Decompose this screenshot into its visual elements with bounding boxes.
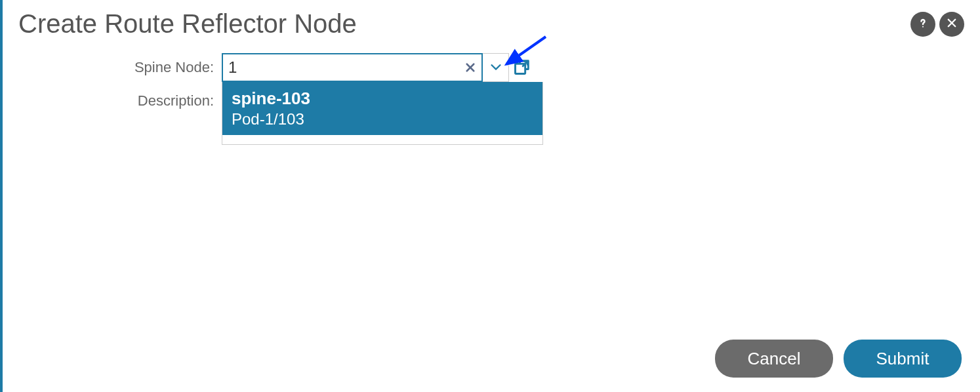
cancel-button[interactable]: Cancel bbox=[715, 340, 833, 378]
svg-point-0 bbox=[922, 26, 924, 28]
external-link-icon bbox=[513, 58, 531, 78]
dropdown-option[interactable]: spine-103 Pod-1/103 bbox=[222, 82, 542, 135]
spine-node-input[interactable] bbox=[222, 53, 483, 82]
open-external-button[interactable] bbox=[509, 53, 535, 82]
dropdown-list: spine-103 Pod-1/103 bbox=[222, 82, 543, 145]
dropdown-toggle-button[interactable] bbox=[483, 53, 509, 82]
dropdown-spacer bbox=[222, 135, 542, 144]
submit-button[interactable]: Submit bbox=[844, 340, 962, 378]
dropdown-option-name: spine-103 bbox=[232, 88, 533, 109]
help-button[interactable] bbox=[910, 12, 935, 37]
close-button[interactable] bbox=[939, 12, 964, 37]
clear-icon[interactable] bbox=[462, 59, 479, 76]
question-icon bbox=[916, 16, 929, 31]
chevron-down-icon bbox=[489, 60, 503, 76]
dropdown-option-path: Pod-1/103 bbox=[232, 110, 533, 128]
description-label: Description: bbox=[18, 92, 222, 109]
spine-node-label: Spine Node: bbox=[18, 59, 222, 76]
close-icon bbox=[946, 17, 958, 31]
dialog-title: Create Route Reflector Node bbox=[18, 9, 357, 39]
